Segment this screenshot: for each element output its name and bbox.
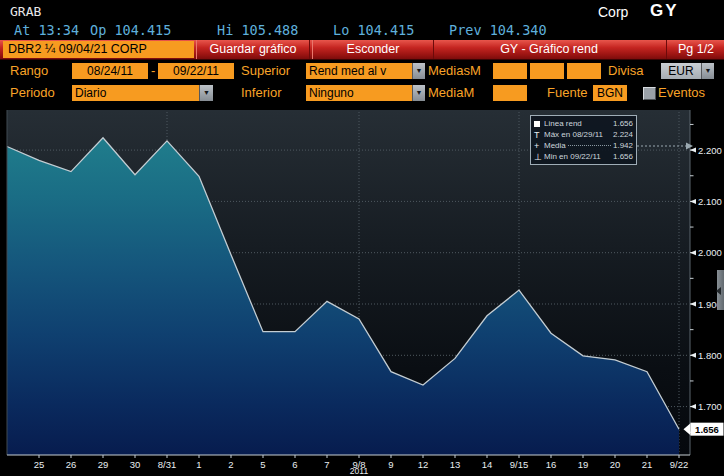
x-tick-label: 9/22 [670,459,689,470]
x-tick-label: 16 [546,459,557,470]
legend-label: Linea rend [544,119,582,128]
x-tick-label: 25 [34,459,45,470]
legend-label: Máx en 08/29/11 [544,130,603,139]
chart-legend[interactable]: Linea rend1.656TMáx en 08/29/112.224+Med… [530,115,637,165]
y-tick-label: 2.000 [698,247,722,258]
x-tick-label: 6 [292,459,297,470]
yield-chart[interactable]: 2.2002.1002.0001.9001.8001.700252629308/… [0,0,724,476]
x-tick-label: 2 [228,459,233,470]
x-tick-label: 1 [196,459,201,470]
legend-value: 2.224 [613,130,633,139]
x-tick-label: 19 [578,459,589,470]
x-tick-label: 13 [450,459,461,470]
legend-value: 1.942 [613,141,633,150]
x-tick-label: 7 [324,459,329,470]
x-axis: 252629308/31125679/891213149/15161920219… [34,455,689,476]
x-tick-label: 9/15 [510,459,529,470]
x-tick-label: 12 [418,459,429,470]
legend-label: Media [544,141,566,150]
x-tick-label: 26 [66,459,77,470]
x-tick-label: 9 [388,459,393,470]
x-tick-label: 21 [642,459,653,470]
y-tick-label: 2.200 [698,145,722,156]
x-tick-label: 14 [482,459,493,470]
x-tick-label: 5 [260,459,265,470]
last-value-label: 1.656 [695,424,719,435]
x-tick-label: 29 [98,459,109,470]
legend-label: Min en 09/22/11 [544,152,601,161]
legend-marker-icon: T [534,130,544,140]
y-tick-label: 1.700 [698,401,722,412]
x-tick-label: 8/31 [158,459,177,470]
legend-row: +Media1.942 [534,140,633,151]
x-tick-label: 20 [610,459,621,470]
year-label: 2011 [350,466,369,476]
legend-row: Linea rend1.656 [534,118,633,129]
legend-marker-icon: ⊥ [534,152,544,162]
legend-row: TMáx en 08/29/112.224 [534,129,633,140]
bloomberg-terminal-window: GRAB Corp GY At 13:34 Op 104.415 Hi 105.… [0,0,724,476]
series-square-icon [534,121,540,127]
legend-row: ⊥Min en 09/22/111.656 [534,151,633,162]
y-tick-label: 1.800 [698,350,722,361]
legend-value: 1.656 [613,152,633,161]
splitter-arrow-icon [716,287,721,295]
x-tick-label: 30 [130,459,141,470]
legend-leader [568,144,611,146]
legend-marker-icon: + [534,141,544,151]
legend-value: 1.656 [613,119,633,128]
y-tick-label: 2.100 [698,196,722,207]
